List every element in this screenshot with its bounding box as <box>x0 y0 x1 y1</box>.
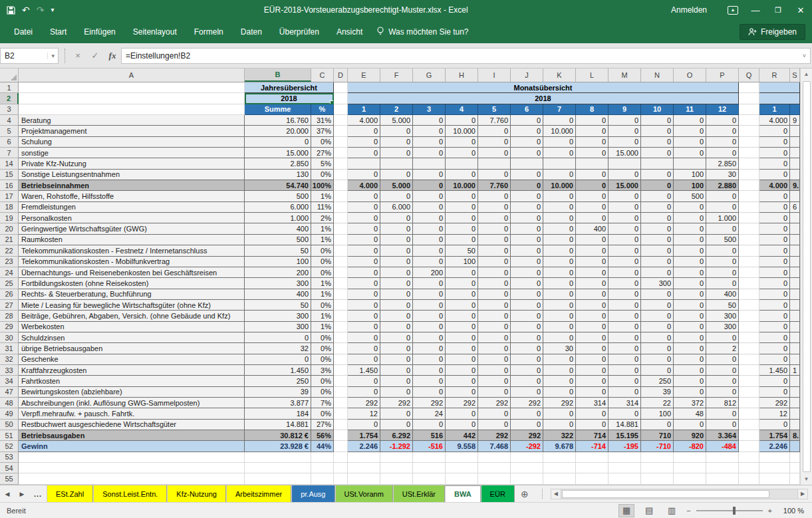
month6-30[interactable]: 0 <box>511 332 543 343</box>
month5-50[interactable]: 0 <box>478 420 511 430</box>
month5-28[interactable]: 0 <box>478 311 511 321</box>
cell-D17[interactable] <box>334 191 348 201</box>
month1-23[interactable]: 0 <box>348 257 380 267</box>
column-header-R[interactable]: R <box>759 68 790 82</box>
cum1-17[interactable]: 0 <box>759 191 790 201</box>
month7-4[interactable]: 0 <box>543 115 576 126</box>
month11-47[interactable]: 0 <box>674 387 706 398</box>
tab-nav-right-icon[interactable]: ▶ <box>15 485 29 502</box>
month11-21[interactable]: 0 <box>674 235 706 245</box>
horizontal-scrollbar[interactable]: ◀ ▶ <box>547 485 812 502</box>
cell-Q50[interactable] <box>739 420 759 430</box>
month8-34[interactable]: 0 <box>576 376 609 386</box>
month12-28[interactable]: 300 <box>706 311 739 321</box>
sheet-tab-Sonst.Leist.Entn.[interactable]: Sonst.Leist.Entn. <box>93 485 167 502</box>
cum1-30[interactable]: 0 <box>759 332 790 343</box>
sum-33[interactable]: 1.450 <box>245 365 311 376</box>
month4-32[interactable]: 0 <box>446 354 478 365</box>
month8-32[interactable]: 0 <box>576 354 609 365</box>
month10-4[interactable]: 0 <box>641 115 674 126</box>
cell-month3-53[interactable] <box>413 452 446 463</box>
row-header-29[interactable]: 29 <box>0 322 19 332</box>
horizontal-scroll-thumb[interactable] <box>562 490 770 498</box>
pct-20[interactable]: 1% <box>311 223 334 234</box>
month3-15[interactable]: 0 <box>413 170 446 180</box>
cum1-21[interactable]: 0 <box>759 235 790 245</box>
cum1-25[interactable]: 0 <box>759 278 790 289</box>
month6-5[interactable]: 0 <box>511 126 543 136</box>
month6-24[interactable]: 0 <box>511 267 543 278</box>
cum2-clipped-16[interactable]: 9. <box>790 180 800 191</box>
cell-Q51[interactable] <box>739 430 759 441</box>
month12-23[interactable]: 0 <box>706 257 739 267</box>
sum-17[interactable]: 500 <box>245 191 311 201</box>
month5-19[interactable]: 0 <box>478 213 511 223</box>
cell-Q7[interactable] <box>739 148 759 158</box>
month5-17[interactable]: 0 <box>478 191 511 201</box>
ribbon-tab-ansicht[interactable]: Ansicht <box>328 20 371 43</box>
month11-34[interactable]: 0 <box>674 376 706 386</box>
month5-48[interactable]: 292 <box>478 398 511 408</box>
cum2-clipped-7[interactable] <box>790 148 800 158</box>
row-header-19[interactable]: 19 <box>0 213 19 223</box>
cell-Q33[interactable] <box>739 365 759 376</box>
month9-23[interactable]: 0 <box>609 257 641 267</box>
monthly-overview-title[interactable]: Monatsübersicht <box>348 82 739 93</box>
column-header-J[interactable]: J <box>511 68 543 82</box>
month10-19[interactable]: 0 <box>641 213 674 223</box>
month3-25[interactable]: 0 <box>413 278 446 289</box>
month8-28[interactable]: 0 <box>576 311 609 321</box>
ribbon-tab-seitenlayout[interactable]: Seitenlayout <box>124 20 186 43</box>
month9-24[interactable]: 0 <box>609 267 641 278</box>
pct-27[interactable]: 0% <box>311 300 334 311</box>
cell-D54[interactable] <box>334 463 348 473</box>
cell-Q49[interactable] <box>739 408 759 419</box>
row-header-7[interactable]: 7 <box>0 148 19 158</box>
tab-overflow-ellipsis[interactable]: ... <box>29 485 47 502</box>
minimize-button[interactable]: — <box>744 0 767 20</box>
pct-14[interactable]: 5% <box>311 158 334 169</box>
month10-51[interactable]: 710 <box>641 430 674 441</box>
row-label-50[interactable]: Restbuchwert ausgeschiedene Wirtschaftsg… <box>19 420 245 430</box>
month8-51[interactable]: 714 <box>576 430 609 441</box>
month7-50[interactable]: 0 <box>543 420 576 430</box>
month8-14[interactable] <box>576 158 609 169</box>
month7-52[interactable]: 9.678 <box>543 441 576 452</box>
month10-32[interactable]: 0 <box>641 354 674 365</box>
cell-D48[interactable] <box>334 398 348 408</box>
row-header-31[interactable]: 31 <box>0 343 19 354</box>
month10-49[interactable]: 100 <box>641 408 674 419</box>
cum1-23[interactable]: 0 <box>759 257 790 267</box>
sum-24[interactable]: 200 <box>245 267 311 278</box>
cell-Q24[interactable] <box>739 267 759 278</box>
month6-20[interactable]: 0 <box>511 223 543 234</box>
month7-23[interactable]: 0 <box>543 257 576 267</box>
month1-32[interactable]: 0 <box>348 354 380 365</box>
row-label-25[interactable]: Fortbildungskosten (ohne Reisekosten) <box>19 278 245 289</box>
cell-Q26[interactable] <box>739 289 759 300</box>
cum2-clipped-34[interactable] <box>790 376 800 386</box>
cell-D5[interactable] <box>334 126 348 136</box>
month1-7[interactable]: 0 <box>348 148 380 158</box>
cum1-52[interactable]: 2.246 <box>759 441 790 452</box>
column-header-D[interactable]: D <box>334 68 348 82</box>
row-header-32[interactable]: 32 <box>0 354 19 365</box>
month11-19[interactable]: 0 <box>674 213 706 223</box>
cum1-16[interactable]: 4.000 <box>759 180 790 191</box>
row-header-30[interactable]: 30 <box>0 332 19 343</box>
month12-18[interactable]: 0 <box>706 202 739 213</box>
month1-16[interactable]: 4.000 <box>348 180 380 191</box>
cell-Q21[interactable] <box>739 235 759 245</box>
cum1-26[interactable]: 0 <box>759 289 790 300</box>
month4-24[interactable]: 0 <box>446 267 478 278</box>
month5-22[interactable]: 0 <box>478 245 511 256</box>
month8-18[interactable]: 0 <box>576 202 609 213</box>
pct-21[interactable]: 1% <box>311 235 334 245</box>
month5-29[interactable]: 0 <box>478 322 511 332</box>
monthly-year-cell[interactable]: 2018 <box>348 93 739 104</box>
month10-34[interactable]: 250 <box>641 376 674 386</box>
month10-22[interactable]: 0 <box>641 245 674 256</box>
month7-21[interactable]: 0 <box>543 235 576 245</box>
month2-4[interactable]: 5.000 <box>380 115 413 126</box>
cell-month7-55[interactable] <box>543 473 576 484</box>
